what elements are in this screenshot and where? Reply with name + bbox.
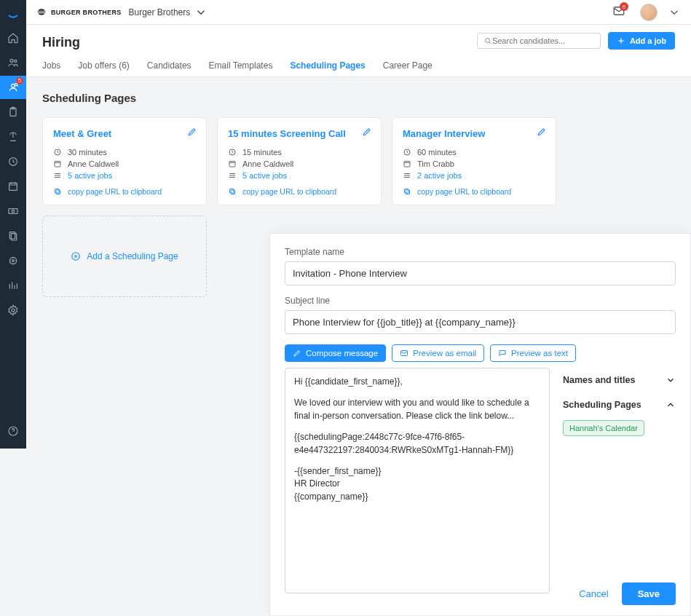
user-avatar[interactable] xyxy=(640,4,658,21)
card-duration: 15 minutes xyxy=(242,148,282,157)
group-scheduling-pages[interactable]: Scheduling Pages xyxy=(563,392,676,417)
message-body-editor[interactable]: Hi {{candidate_first_name}}, We loved ou… xyxy=(285,368,550,593)
company-dropdown[interactable]: Burger Brothers xyxy=(129,6,208,19)
scheduling-card: 15 minutes Screening Call 15 minutes Ann… xyxy=(217,117,382,205)
copy-url-label: copy page URL to clipboard xyxy=(68,187,162,196)
nav-time[interactable] xyxy=(0,150,26,173)
edit-card-button[interactable] xyxy=(362,127,372,139)
template-editor-panel: Template name Subject line Compose messa… xyxy=(269,233,691,616)
pencil-icon xyxy=(187,127,197,137)
copy-url-button[interactable]: copy page URL to clipboard xyxy=(53,187,196,196)
card-owner: Tim Crabb xyxy=(417,159,454,168)
copy-url-button[interactable]: copy page URL to clipboard xyxy=(403,187,545,196)
subject-line-label: Subject line xyxy=(285,296,676,306)
preview-text-tab[interactable]: Preview as text xyxy=(490,344,576,362)
preview-text-label: Preview as text xyxy=(511,349,568,358)
card-title[interactable]: Meet & Greet xyxy=(53,128,196,139)
svg-point-1 xyxy=(15,60,17,62)
company-name: Burger Brothers xyxy=(129,7,191,17)
app-logo xyxy=(0,6,26,25)
clock-icon xyxy=(228,148,237,157)
nav-help[interactable] xyxy=(0,419,26,443)
nav-home[interactable] xyxy=(0,26,26,50)
edit-card-button[interactable] xyxy=(187,127,197,139)
add-job-button[interactable]: Add a job xyxy=(608,32,675,50)
card-active-jobs[interactable]: 5 active jobs xyxy=(242,171,287,180)
list-icon xyxy=(228,171,237,180)
calendar-icon xyxy=(403,159,411,168)
preview-email-tab[interactable]: Preview as email xyxy=(392,344,484,362)
editor-line: -{{sender_first_name}} xyxy=(294,465,540,478)
group-label: Scheduling Pages xyxy=(563,400,641,410)
card-title[interactable]: Manager Interview xyxy=(403,128,545,139)
card-owner: Anne Caldwell xyxy=(242,159,293,168)
card-title[interactable]: 15 minutes Screening Call xyxy=(228,128,371,139)
clock-icon xyxy=(53,148,62,157)
copy-icon xyxy=(228,187,237,196)
search-candidates[interactable] xyxy=(477,33,601,49)
template-name-label: Template name xyxy=(285,247,676,257)
add-job-label: Add a job xyxy=(630,36,666,45)
clock-icon xyxy=(403,148,411,157)
edit-card-button[interactable] xyxy=(537,127,547,139)
nav-settings[interactable] xyxy=(0,299,26,322)
group-label: Names and titles xyxy=(563,375,635,385)
nav-calendar[interactable] xyxy=(0,175,26,198)
chevron-up-icon xyxy=(666,400,676,410)
scheduling-page-chip[interactable]: Hannah's Calendar xyxy=(563,420,644,436)
nav-vacation[interactable] xyxy=(0,125,26,149)
calendar-icon xyxy=(53,159,62,168)
scheduling-card: Manager Interview 60 minutes Tim Crabb 2… xyxy=(392,117,556,205)
svg-rect-23 xyxy=(229,162,235,167)
editor-line: We loved our interview with you and woul… xyxy=(294,397,540,422)
left-sidebar: 5 xyxy=(0,0,26,449)
editor-mode-tabs: Compose message Preview as email Preview… xyxy=(285,344,676,362)
editor-line: HR Director xyxy=(294,478,540,490)
svg-rect-11 xyxy=(11,234,16,240)
nav-documents[interactable] xyxy=(0,224,26,248)
nav-reports[interactable] xyxy=(0,274,26,297)
search-icon xyxy=(483,36,492,45)
compose-message-tab[interactable]: Compose message xyxy=(285,344,386,362)
copy-icon xyxy=(53,187,62,196)
card-duration: 30 minutes xyxy=(68,148,107,157)
group-names-titles[interactable]: Names and titles xyxy=(563,368,676,392)
card-active-jobs[interactable]: 5 active jobs xyxy=(68,171,112,180)
svg-rect-19 xyxy=(55,162,60,167)
svg-rect-24 xyxy=(231,190,235,194)
list-icon xyxy=(403,171,411,180)
chevron-down-icon xyxy=(194,6,208,19)
modal-footer: Cancel Save xyxy=(579,583,676,605)
plus-circle-icon xyxy=(71,251,81,261)
plus-icon xyxy=(617,36,625,45)
nav-apps[interactable] xyxy=(0,249,26,272)
svg-point-14 xyxy=(12,309,15,312)
copy-url-button[interactable]: copy page URL to clipboard xyxy=(228,187,371,196)
copy-url-label: copy page URL to clipboard xyxy=(242,187,336,196)
subject-line-input[interactable] xyxy=(285,310,676,334)
add-scheduling-page-label: Add a Scheduling Page xyxy=(87,251,178,261)
cancel-button[interactable]: Cancel xyxy=(579,588,608,599)
chevron-down-icon xyxy=(666,375,676,385)
notifications-button[interactable]: 6 xyxy=(612,4,625,20)
card-active-jobs[interactable]: 2 active jobs xyxy=(417,171,462,180)
svg-rect-7 xyxy=(9,183,17,190)
svg-rect-21 xyxy=(55,189,60,194)
nav-people[interactable] xyxy=(0,51,26,74)
user-menu-chevron[interactable] xyxy=(668,6,681,19)
svg-point-13 xyxy=(12,260,15,262)
nav-hiring[interactable]: 5 xyxy=(0,76,26,99)
scheduling-card: Meet & Greet 30 minutes Anne Caldwell 5 … xyxy=(42,117,207,205)
search-input[interactable] xyxy=(492,36,594,45)
svg-rect-25 xyxy=(230,189,234,194)
nav-hiring-badge: 5 xyxy=(16,77,23,84)
card-owner: Anne Caldwell xyxy=(68,159,119,168)
add-scheduling-page-button[interactable]: Add a Scheduling Page xyxy=(42,216,207,297)
nav-clipboard[interactable] xyxy=(0,100,26,124)
pencil-icon xyxy=(293,349,301,358)
svg-point-9 xyxy=(12,210,14,212)
save-button[interactable]: Save xyxy=(622,583,676,605)
compose-message-label: Compose message xyxy=(306,349,378,358)
nav-money[interactable] xyxy=(0,200,26,223)
template-name-input[interactable] xyxy=(285,261,676,285)
